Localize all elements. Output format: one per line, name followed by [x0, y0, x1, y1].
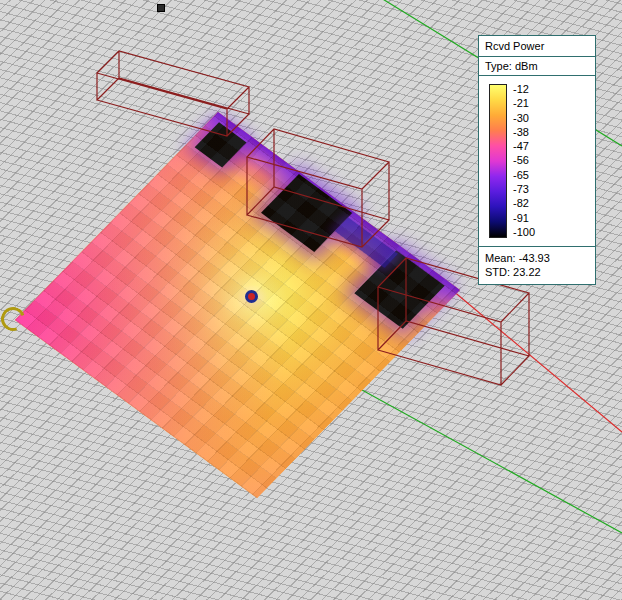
scale-tick-label: -73 — [513, 184, 535, 195]
scale-tick-label: -38 — [513, 127, 535, 138]
viewport-3d[interactable]: Rcvd Power Type: dBm -12 -21 -30 -38 -47… — [0, 0, 622, 600]
vertex-marker — [157, 4, 165, 12]
scale-tick-label: -100 — [513, 227, 535, 238]
scale-tick-label: -12 — [513, 84, 535, 95]
scale-tick-label: -91 — [513, 213, 535, 224]
legend-colorbar — [489, 84, 507, 238]
legend-stats: Mean: -43.93 STD: 23.22 — [479, 247, 595, 284]
legend-type-label: Type: dBm — [479, 57, 595, 76]
legend-scale: -12 -21 -30 -38 -47 -56 -65 -73 -82 -91 … — [479, 76, 595, 247]
scale-tick-label: -65 — [513, 170, 535, 181]
scale-tick-label: -82 — [513, 198, 535, 209]
legend-title: Rcvd Power — [479, 36, 595, 57]
legend-scale-labels: -12 -21 -30 -38 -47 -56 -65 -73 -82 -91 … — [513, 84, 535, 238]
building-wireframe-1[interactable] — [97, 51, 249, 136]
scale-tick-label: -56 — [513, 155, 535, 166]
scale-tick-label: -21 — [513, 98, 535, 109]
legend-panel: Rcvd Power Type: dBm -12 -21 -30 -38 -47… — [478, 35, 596, 285]
legend-std: STD: 23.22 — [485, 265, 589, 279]
scale-tick-label: -30 — [513, 113, 535, 124]
transmitter-marker[interactable] — [245, 290, 258, 303]
building-wireframe-2[interactable] — [247, 129, 389, 247]
scale-tick-label: -47 — [513, 141, 535, 152]
legend-mean: Mean: -43.93 — [485, 251, 589, 265]
